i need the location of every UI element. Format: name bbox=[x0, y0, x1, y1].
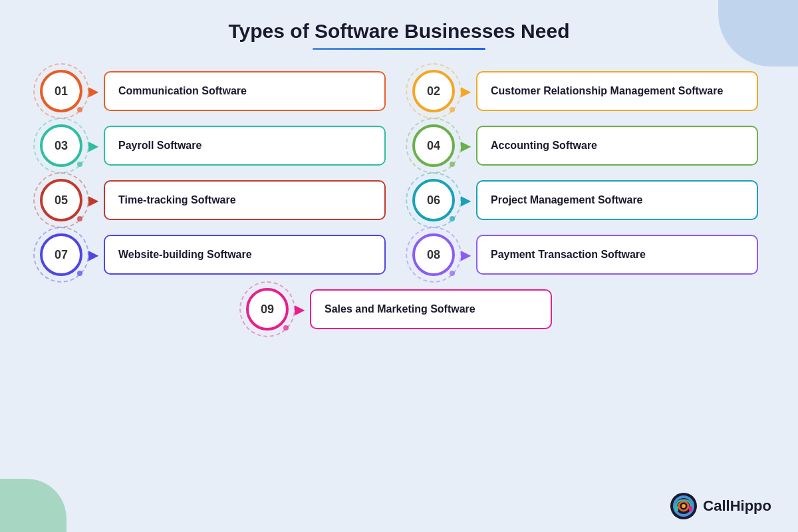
list-item: 08 ▶ Payment Transaction Software bbox=[412, 233, 758, 276]
label-09: Sales and Marketing Software bbox=[310, 289, 552, 329]
page-title: Types of Software Businesses Need bbox=[40, 20, 758, 43]
label-05: Time-tracking Software bbox=[104, 180, 386, 220]
list-item: 02 ▶ Customer Relationship Management So… bbox=[412, 70, 758, 112]
title-underline bbox=[313, 48, 485, 50]
list-item: 04 ▶ Accounting Software bbox=[412, 124, 758, 167]
title-section: Types of Software Businesses Need bbox=[40, 20, 758, 50]
badge-04: 04 bbox=[412, 124, 455, 167]
page-container: Types of Software Businesses Need 01 ▶ C… bbox=[0, 0, 798, 532]
label-04: Accounting Software bbox=[476, 126, 758, 166]
label-01: Communication Software bbox=[104, 71, 386, 111]
badge-09: 09 bbox=[246, 288, 289, 331]
bottom-center: 09 ▶ Sales and Marketing Software bbox=[40, 288, 758, 331]
list-item: 06 ▶ Project Management Software bbox=[412, 179, 758, 221]
badge-06: 06 bbox=[412, 179, 455, 221]
badge-03: 03 bbox=[40, 124, 82, 167]
label-03: Payroll Software bbox=[104, 126, 386, 166]
list-item: 07 ▶ Website-building Software bbox=[40, 233, 386, 276]
items-grid: 01 ▶ Communication Software 02 ▶ Custome… bbox=[40, 70, 758, 276]
label-06: Project Management Software bbox=[476, 180, 758, 220]
badge-07: 07 bbox=[40, 233, 82, 276]
list-item: 01 ▶ Communication Software bbox=[40, 70, 386, 112]
badge-05: 05 bbox=[40, 179, 82, 221]
list-item: 03 ▶ Payroll Software bbox=[40, 124, 386, 167]
badge-01: 01 bbox=[40, 70, 82, 112]
label-02: Customer Relationship Management Softwar… bbox=[476, 71, 758, 111]
badge-02: 02 bbox=[412, 70, 455, 112]
list-item: 05 ▶ Time-tracking Software bbox=[40, 179, 386, 221]
badge-08: 08 bbox=[412, 233, 455, 276]
list-item: 09 ▶ Sales and Marketing Software bbox=[246, 288, 552, 331]
label-07: Website-building Software bbox=[104, 235, 386, 275]
label-08: Payment Transaction Software bbox=[476, 235, 758, 275]
